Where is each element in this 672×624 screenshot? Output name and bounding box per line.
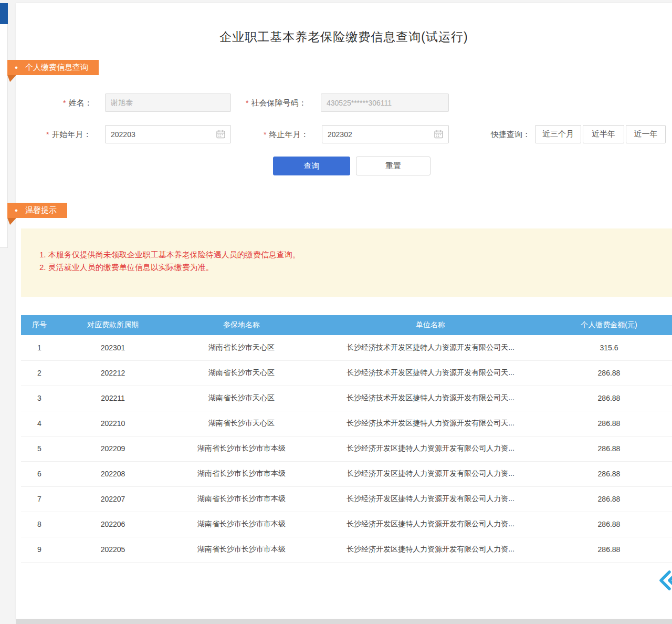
name-input <box>105 93 231 112</box>
section-badge-personal-query: • 个人缴费信息查询 <box>7 60 99 75</box>
table-cell: 7 <box>21 486 58 512</box>
table-cell: 286.88 <box>546 386 672 411</box>
table-header: 序号 对应费款所属期 参保地名称 单位名称 个人缴费金额(元) <box>21 315 672 335</box>
table-cell: 长沙经济开发区捷特人力资源开发有限公司人力资... <box>315 436 546 461</box>
collapsed-nav-tab[interactable] <box>0 3 8 24</box>
calendar-icon <box>216 129 226 139</box>
header-employer: 单位名称 <box>315 315 546 335</box>
section-badge-tips: • 温馨提示 <box>7 203 67 218</box>
quick-query-halfyear-button[interactable]: 近半年 <box>583 125 624 143</box>
table-cell: 1 <box>21 335 58 360</box>
table-cell: 202211 <box>58 386 168 411</box>
start-date-label: *开始年月： <box>46 130 91 140</box>
table-cell: 2 <box>21 360 58 386</box>
tip-line: 2. 灵活就业人员的缴费单位信息以实际缴费为准。 <box>39 261 300 274</box>
table-cell: 9 <box>21 537 58 562</box>
table-cell: 湖南省长沙市天心区 <box>168 411 315 436</box>
start-date-input[interactable] <box>105 125 231 143</box>
badge-fold-decoration <box>7 75 16 82</box>
table-cell: 湖南省长沙市长沙市市本级 <box>168 461 315 486</box>
table-cell: 202209 <box>58 436 168 461</box>
quick-query-3months-button[interactable]: 近三个月 <box>535 125 581 143</box>
table-row: 9202205湖南省长沙市长沙市市本级长沙经济开发区捷特人力资源开发有限公司人力… <box>21 537 672 562</box>
ssn-input <box>321 93 449 112</box>
required-asterisk: * <box>246 99 248 107</box>
table-row: 7202207湖南省长沙市长沙市市本级长沙经济开发区捷特人力资源开发有限公司人力… <box>21 486 672 512</box>
section-badge-label: 个人缴费信息查询 <box>25 63 88 72</box>
tips-notice-box: 1. 本服务仅提供尚未领取企业职工基本养老保险待遇人员的缴费信息查询。 2. 灵… <box>21 228 672 297</box>
table-cell: 286.88 <box>546 486 672 512</box>
bullet-icon: • <box>15 205 18 216</box>
table-cell: 湖南省长沙市长沙市市本级 <box>168 512 315 537</box>
table-cell: 8 <box>21 512 58 537</box>
double-chevron-left-icon <box>658 569 672 591</box>
table-cell: 202207 <box>58 486 168 512</box>
end-date-calendar-icon[interactable] <box>432 128 445 140</box>
table-cell: 202208 <box>58 461 168 486</box>
payment-results-table: 序号 对应费款所属期 参保地名称 单位名称 个人缴费金额(元) 1202301湖… <box>21 315 672 563</box>
table-cell: 202212 <box>58 360 168 386</box>
end-date-label: *终止年月： <box>264 130 308 140</box>
table-body: 1202301湖南省长沙市天心区长沙经济技术开发区捷特人力资源开发有限公司天..… <box>21 335 672 562</box>
horizontal-scrollbar[interactable] <box>16 619 672 624</box>
table-cell: 6 <box>21 461 58 486</box>
table-row: 1202301湖南省长沙市天心区长沙经济技术开发区捷特人力资源开发有限公司天..… <box>21 335 672 360</box>
header-period: 对应费款所属期 <box>58 315 168 335</box>
table-cell: 长沙经济技术开发区捷特人力资源开发有限公司天... <box>315 360 546 386</box>
table-cell: 4 <box>21 411 58 436</box>
table-cell: 286.88 <box>546 360 672 386</box>
table-cell: 202301 <box>58 335 168 360</box>
table-cell: 湖南省长沙市天心区 <box>168 335 315 360</box>
page: 企业职工基本养老保险缴费信息查询(试运行) • 个人缴费信息查询 *姓名： *社… <box>0 0 672 624</box>
start-date-calendar-icon[interactable] <box>214 128 227 140</box>
table-cell: 湖南省长沙市长沙市市本级 <box>168 486 315 512</box>
query-button[interactable]: 查询 <box>273 157 350 175</box>
calendar-icon <box>434 129 444 139</box>
table-row: 8202206湖南省长沙市长沙市市本级长沙经济开发区捷特人力资源开发有限公司人力… <box>21 512 672 537</box>
reset-button[interactable]: 重置 <box>356 157 430 175</box>
table-cell: 286.88 <box>546 436 672 461</box>
table-cell: 湖南省长沙市长沙市市本级 <box>168 537 315 562</box>
header-index: 序号 <box>21 315 58 335</box>
table-row: 5202209湖南省长沙市长沙市市本级长沙经济开发区捷特人力资源开发有限公司人力… <box>21 436 672 461</box>
table-cell: 286.88 <box>546 461 672 486</box>
header-insured-place: 参保地名称 <box>168 315 315 335</box>
quick-query-label: 快捷查询： <box>491 130 530 140</box>
collapse-panel-button[interactable] <box>658 569 672 591</box>
required-asterisk: * <box>46 130 49 139</box>
table-cell: 长沙经济技术开发区捷特人力资源开发有限公司天... <box>315 335 546 360</box>
table-row: 4202210湖南省长沙市天心区长沙经济技术开发区捷特人力资源开发有限公司天..… <box>21 411 672 436</box>
section-badge-label: 温馨提示 <box>25 205 57 215</box>
tip-line: 1. 本服务仅提供尚未领取企业职工基本养老保险待遇人员的缴费信息查询。 <box>39 248 300 261</box>
table-cell: 长沙经济开发区捷特人力资源开发有限公司人力资... <box>315 461 546 486</box>
table-cell: 长沙经济技术开发区捷特人力资源开发有限公司天... <box>315 386 546 411</box>
required-asterisk: * <box>264 130 266 139</box>
table-cell: 202206 <box>58 512 168 537</box>
required-asterisk: * <box>63 99 66 107</box>
ssn-label: *社会保障号码： <box>246 98 306 108</box>
page-title: 企业职工基本养老保险缴费信息查询(试运行) <box>16 29 672 45</box>
header-amount: 个人缴费金额(元) <box>546 315 672 335</box>
table-cell: 202205 <box>58 537 168 562</box>
table-cell: 202210 <box>58 411 168 436</box>
table-cell: 长沙经济开发区捷特人力资源开发有限公司人力资... <box>315 537 546 562</box>
table-cell: 5 <box>21 436 58 461</box>
table-cell: 315.6 <box>546 335 672 360</box>
table-cell: 湖南省长沙市天心区 <box>168 386 315 411</box>
table-cell: 3 <box>21 386 58 411</box>
collapsed-side-panel <box>0 3 8 248</box>
quick-query-1year-button[interactable]: 近一年 <box>626 125 666 143</box>
table-cell: 湖南省长沙市天心区 <box>168 360 315 386</box>
table-row: 3202211湖南省长沙市天心区长沙经济技术开发区捷特人力资源开发有限公司天..… <box>21 386 672 411</box>
table-cell: 长沙经济技术开发区捷特人力资源开发有限公司天... <box>315 411 546 436</box>
table-cell: 长沙经济开发区捷特人力资源开发有限公司人力资... <box>315 486 546 512</box>
name-label: *姓名： <box>63 98 92 108</box>
table-cell: 286.88 <box>546 411 672 436</box>
table-cell: 湖南省长沙市长沙市市本级 <box>168 436 315 461</box>
badge-fold-decoration <box>7 218 16 225</box>
table-row: 6202208湖南省长沙市长沙市市本级长沙经济开发区捷特人力资源开发有限公司人力… <box>21 461 672 486</box>
table-cell: 286.88 <box>546 512 672 537</box>
table-cell: 长沙经济开发区捷特人力资源开发有限公司人力资... <box>315 512 546 537</box>
end-date-input[interactable] <box>322 125 449 143</box>
bullet-icon: • <box>15 63 18 73</box>
